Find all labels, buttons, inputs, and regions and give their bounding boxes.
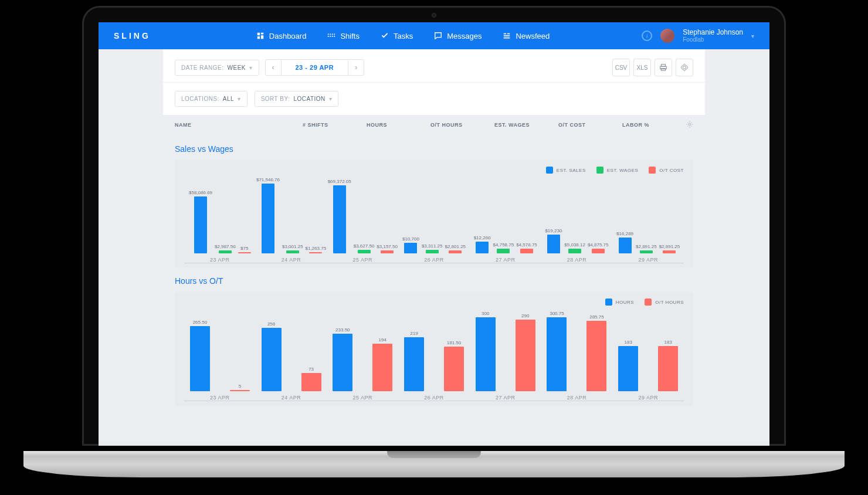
chevron-down-icon[interactable]: ▾ <box>751 33 754 39</box>
export-csv-button[interactable]: CSV <box>612 59 630 76</box>
bar-wrap: $4,758.75 <box>493 242 514 253</box>
day-label: 28 APR <box>567 257 587 263</box>
top-navbar: SLING Dashboard Shifts Tasks Messages <box>99 22 769 49</box>
swatch-blue <box>546 167 553 174</box>
day-label: 25 APR <box>353 395 373 401</box>
day-column: 2587324 APR <box>256 309 327 401</box>
bar-wrap: 183 <box>618 340 638 391</box>
day-label: 28 APR <box>567 395 587 401</box>
bar-wrap: $1,263.75 <box>306 246 327 253</box>
bar-value-label: $3,627.50 <box>354 243 375 249</box>
bar-value-label: $58,086.69 <box>189 190 212 195</box>
bar-value-label: $10,700 <box>402 236 419 242</box>
bar <box>449 250 462 253</box>
bar-value-label: 219 <box>410 331 418 336</box>
nav-shifts[interactable]: Shifts <box>327 32 360 40</box>
bar-wrap: $3,157.50 <box>377 244 398 253</box>
nav-items: Dashboard Shifts Tasks Messages Newsfeed <box>256 32 550 40</box>
day-label: 29 APR <box>638 395 658 401</box>
day-column: $19,230$5,038.12$4,875.7528 APR <box>541 177 613 263</box>
date-next-button[interactable]: › <box>348 59 364 76</box>
col-ot-hours: O/T HOURS <box>430 122 494 128</box>
chevron-down-icon: ▾ <box>238 96 241 102</box>
nav-newsfeed[interactable]: Newsfeed <box>503 32 550 40</box>
bar-group: 265.505 <box>184 309 256 391</box>
bar <box>372 344 392 391</box>
bar <box>426 250 439 253</box>
bar-group: $16,289$2,891.25$2,891.25 <box>612 177 684 253</box>
bar <box>444 347 464 391</box>
locations-select[interactable]: LOCATIONS: ALL ▾ <box>175 91 247 107</box>
bar <box>658 346 678 391</box>
day-column: 30029027 APR <box>470 309 541 401</box>
column-settings-button[interactable] <box>686 121 693 129</box>
export-xls-button[interactable]: XLS <box>633 59 651 76</box>
bar-value-label: 300.75 <box>550 311 564 316</box>
bar-wrap: $3,311.25 <box>422 243 443 253</box>
chart2-title: Hours vs O/T <box>175 276 693 286</box>
col-hours: HOURS <box>367 122 430 128</box>
nav-label: Messages <box>447 32 482 40</box>
bar <box>262 184 274 253</box>
settings-button[interactable] <box>676 59 693 76</box>
date-range-value: WEEK <box>228 65 246 71</box>
print-icon <box>659 63 667 72</box>
bar-value-label: $2,987.50 <box>215 244 236 249</box>
day-column: $71,546.76$3,001.25$1,263.7524 APR <box>256 177 327 263</box>
bar <box>381 250 394 253</box>
bar <box>547 235 560 253</box>
nav-dashboard[interactable]: Dashboard <box>256 32 307 40</box>
day-column: 219181.5026 APR <box>398 309 470 401</box>
bar-value-label: $3,311.25 <box>422 243 443 249</box>
date-range-display[interactable]: 23 - 29 APR <box>282 59 348 76</box>
chart1-body: $58,086.69$2,987.50$7523 APR$71,546.76$3… <box>184 177 684 263</box>
bar-value-label: $4,578.75 <box>516 242 537 248</box>
bar <box>238 252 251 253</box>
day-column: 265.50523 APR <box>184 309 256 401</box>
bar-group: 300290 <box>470 309 541 391</box>
swatch-red <box>645 299 652 306</box>
bar-wrap: $2,987.50 <box>215 244 236 253</box>
bar-wrap: $5,038.12 <box>564 242 585 253</box>
bar-value-label: $3,157.50 <box>377 244 398 249</box>
nav-label: Newsfeed <box>516 32 550 40</box>
chart1-legend: EST. SALES EST. WAGES O/T COST <box>184 167 684 174</box>
bar-value-label: 233.50 <box>335 327 350 333</box>
user-block[interactable]: Stephanie Johnson Foodlab <box>683 29 743 43</box>
day-label: 26 APR <box>424 257 444 263</box>
toolbar-row-2: LOCATIONS: ALL ▾ SORT BY: LOCATION ▾ <box>163 83 705 115</box>
bar-wrap: $69,372.05 <box>328 179 351 253</box>
bar-value-label: $71,546.76 <box>256 177 280 182</box>
day-column: $69,372.05$3,627.50$3,157.5025 APR <box>327 177 398 263</box>
avatar[interactable] <box>660 29 674 43</box>
bar <box>219 250 232 253</box>
date-picker: ‹ 23 - 29 APR › <box>265 59 365 76</box>
newsfeed-icon <box>503 32 511 40</box>
info-icon[interactable]: i <box>642 30 652 41</box>
bar-wrap: 183 <box>658 340 678 391</box>
date-prev-button[interactable]: ‹ <box>265 59 282 76</box>
date-range-select[interactable]: DATE RANGE: WEEK ▾ <box>175 60 259 76</box>
bar-wrap: 233.50 <box>333 327 352 391</box>
bar-wrap: 290 <box>516 313 535 391</box>
bar <box>476 242 489 253</box>
sort-by-select[interactable]: SORT BY: LOCATION ▾ <box>255 91 339 107</box>
svg-rect-2 <box>662 69 666 71</box>
bar-group: 233.50194 <box>327 309 398 391</box>
col-labor-pct: LABOR % <box>622 122 686 128</box>
bar-value-label: $3,001.25 <box>282 244 303 249</box>
print-button[interactable] <box>655 59 672 76</box>
bar-value-label: $16,289 <box>616 231 633 236</box>
day-label: 29 APR <box>638 257 658 263</box>
bar <box>194 196 207 253</box>
nav-tasks[interactable]: Tasks <box>381 32 413 40</box>
bar <box>497 249 510 253</box>
bar-value-label: $19,230 <box>545 228 562 233</box>
bar-group: $10,700$3,311.25$2,801.25 <box>398 177 470 253</box>
day-label: 26 APR <box>424 395 444 401</box>
legend-ot-hours: O/T HOURS <box>645 299 684 306</box>
bar-wrap: $4,578.75 <box>516 242 537 253</box>
day-column: $16,289$2,891.25$2,891.2529 APR <box>612 177 684 263</box>
bar <box>333 185 346 253</box>
nav-messages[interactable]: Messages <box>434 32 482 40</box>
